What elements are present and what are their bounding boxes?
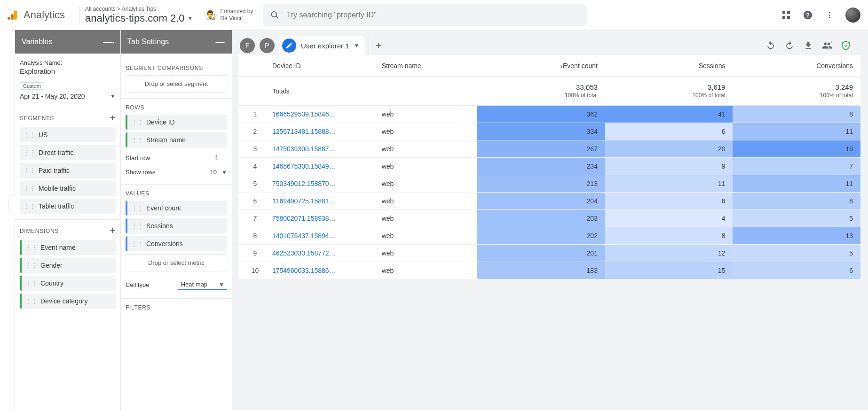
chevron-down-icon[interactable]: ▼ bbox=[354, 42, 360, 49]
table-row: 9462523030.158772…web201125 bbox=[238, 245, 860, 262]
drag-handle-icon: ⋮⋮ bbox=[131, 240, 142, 248]
rail-expand-handle[interactable] bbox=[8, 194, 15, 213]
table-row: 101754960033.15886…web183156 bbox=[238, 262, 860, 279]
chevron-down-icon: ▼ bbox=[219, 281, 224, 288]
exploration-canvas: F P User explorer 1 ▼ + + De bbox=[232, 30, 868, 410]
drag-handle-icon: ⋮⋮ bbox=[25, 244, 37, 251]
drag-handle-icon: ⋮⋮ bbox=[24, 167, 35, 174]
cell-conversions: 8 bbox=[733, 193, 860, 210]
chip-item[interactable]: ⋮⋮Device category bbox=[20, 294, 116, 309]
collapse-icon[interactable]: — bbox=[215, 36, 225, 48]
chip-item[interactable]: ⋮⋮Gender bbox=[20, 258, 116, 273]
device-id-link[interactable]: 1256713481.15888… bbox=[272, 128, 347, 135]
date-range-picker[interactable]: Apr 21 - May 20, 2020 ▼ bbox=[20, 91, 116, 106]
drag-handle-icon: ⋮⋮ bbox=[131, 136, 142, 144]
device-id-link[interactable]: 462523030.158772… bbox=[272, 249, 347, 257]
cell-conversions: 5 bbox=[733, 245, 860, 262]
cell-events: 267 bbox=[477, 140, 605, 158]
download-icon[interactable] bbox=[803, 40, 813, 51]
search-input[interactable] bbox=[286, 11, 579, 19]
davinci-badge[interactable]: 👨‍🎨 Enhanced by Da Vinci! bbox=[204, 8, 253, 22]
logo-block: Analytics bbox=[8, 9, 65, 21]
stream-name: web bbox=[374, 140, 478, 158]
cell-events: 234 bbox=[477, 158, 605, 175]
metric-dropzone[interactable]: Drop or select metric bbox=[126, 254, 227, 271]
col-events[interactable]: ↓Event count bbox=[477, 55, 605, 77]
device-id-link[interactable]: 1754960033.15886… bbox=[272, 267, 347, 274]
tab-path[interactable]: P bbox=[260, 38, 275, 53]
add-dimension-button[interactable]: + bbox=[110, 225, 116, 236]
row-index: 7 bbox=[238, 210, 265, 227]
svg-point-3 bbox=[271, 11, 276, 16]
chip-item[interactable]: ⋮⋮US bbox=[20, 127, 116, 142]
chip-item[interactable]: ⋮⋮Event count bbox=[126, 201, 227, 216]
drag-handle-icon: ⋮⋮ bbox=[25, 279, 37, 287]
chip-item[interactable]: ⋮⋮Direct traffic bbox=[20, 145, 116, 160]
davinci-line1: Enhanced by bbox=[220, 8, 253, 15]
table-row: 11666529509.15846…web362418 bbox=[238, 106, 860, 123]
tab-funnel[interactable]: F bbox=[240, 38, 255, 53]
drag-handle-icon: ⋮⋮ bbox=[25, 262, 37, 269]
device-id-link[interactable]: 1475039300.15887… bbox=[272, 145, 347, 153]
show-rows-label: Show rows bbox=[126, 169, 156, 176]
col-device-id[interactable]: Device ID bbox=[265, 55, 374, 77]
start-row-input[interactable] bbox=[199, 153, 227, 163]
chip-item[interactable]: ⋮⋮Sessions bbox=[126, 218, 227, 233]
search-box[interactable] bbox=[263, 4, 587, 26]
cell-sessions: 20 bbox=[605, 140, 733, 158]
undo-icon[interactable] bbox=[765, 40, 776, 51]
chip-item[interactable]: ⋮⋮Conversions bbox=[126, 236, 227, 251]
segment-dropzone[interactable]: Drop or select segment bbox=[126, 75, 227, 93]
more-vert-icon[interactable] bbox=[824, 9, 835, 21]
chip-item[interactable]: ⋮⋮Tablet traffic bbox=[20, 199, 116, 214]
device-id-link[interactable]: 1666529509.15846… bbox=[272, 110, 347, 118]
analysis-name-value[interactable]: Exploration bbox=[20, 67, 116, 75]
col-sessions[interactable]: Sessions bbox=[605, 55, 733, 77]
col-conversions[interactable]: Conversions bbox=[733, 55, 860, 77]
chip-label: Stream name bbox=[146, 136, 186, 144]
values-title: VALUES bbox=[126, 190, 150, 197]
device-id-link[interactable]: 1401075437.15894… bbox=[272, 232, 347, 240]
show-rows-select[interactable]: 10 ▼ bbox=[210, 169, 227, 176]
redo-icon[interactable] bbox=[784, 40, 795, 51]
table-row: 5750349012.158870…web2131111 bbox=[238, 175, 860, 193]
stream-name: web bbox=[374, 193, 478, 210]
device-id-link[interactable]: 750349012.158870… bbox=[272, 180, 347, 187]
table-header-row: Device ID Stream name ↓Event count Sessi… bbox=[238, 55, 860, 77]
help-icon[interactable]: ? bbox=[802, 9, 813, 21]
stream-name: web bbox=[374, 123, 478, 140]
chip-label: Country bbox=[40, 279, 63, 287]
row-index: 5 bbox=[238, 175, 265, 193]
dimensions-title: DIMENSIONS bbox=[20, 228, 59, 234]
tab-user-explorer[interactable]: User explorer 1 ▼ bbox=[279, 36, 365, 55]
col-stream[interactable]: Stream name bbox=[374, 55, 478, 77]
chip-item[interactable]: ⋮⋮Stream name bbox=[126, 132, 227, 147]
property-selector[interactable]: All accounts > Analytics Tips analytics-… bbox=[85, 6, 193, 24]
shield-icon[interactable] bbox=[841, 40, 851, 51]
chip-item[interactable]: ⋮⋮Mobile traffic bbox=[20, 181, 116, 196]
cell-sessions: 41 bbox=[605, 106, 733, 123]
svg-line-4 bbox=[276, 16, 278, 18]
row-index: 6 bbox=[238, 193, 265, 210]
chip-label: US bbox=[39, 131, 47, 139]
add-tab-button[interactable]: + bbox=[369, 36, 387, 55]
collapse-icon[interactable]: — bbox=[103, 36, 114, 48]
canvas-tabs: F P User explorer 1 ▼ + + bbox=[232, 36, 868, 55]
device-id-link[interactable]: 1465675300.15849… bbox=[272, 162, 347, 170]
apps-icon[interactable] bbox=[781, 9, 792, 21]
cell-type-select[interactable]: Heat map ▼ bbox=[178, 280, 227, 290]
chip-item[interactable]: ⋮⋮Paid traffic bbox=[20, 163, 116, 178]
chevron-down-icon: ▼ bbox=[110, 93, 116, 100]
share-icon[interactable]: + bbox=[822, 40, 832, 51]
device-id-link[interactable]: 758002071.158938… bbox=[272, 215, 347, 222]
chip-label: Device category bbox=[40, 297, 87, 305]
table-totals-row: Totals 33,053100% of total 3,619100% of … bbox=[238, 77, 860, 106]
cell-type-label: Cell type bbox=[126, 281, 150, 288]
drag-handle-icon: ⋮⋮ bbox=[25, 297, 37, 305]
avatar[interactable] bbox=[845, 8, 860, 23]
chip-item[interactable]: ⋮⋮Country bbox=[20, 276, 116, 291]
chip-item[interactable]: ⋮⋮Event name bbox=[20, 240, 116, 255]
device-id-link[interactable]: 1169490725.15881… bbox=[272, 197, 347, 205]
chip-item[interactable]: ⋮⋮Device ID bbox=[126, 115, 227, 130]
add-segment-button[interactable]: + bbox=[110, 113, 116, 124]
